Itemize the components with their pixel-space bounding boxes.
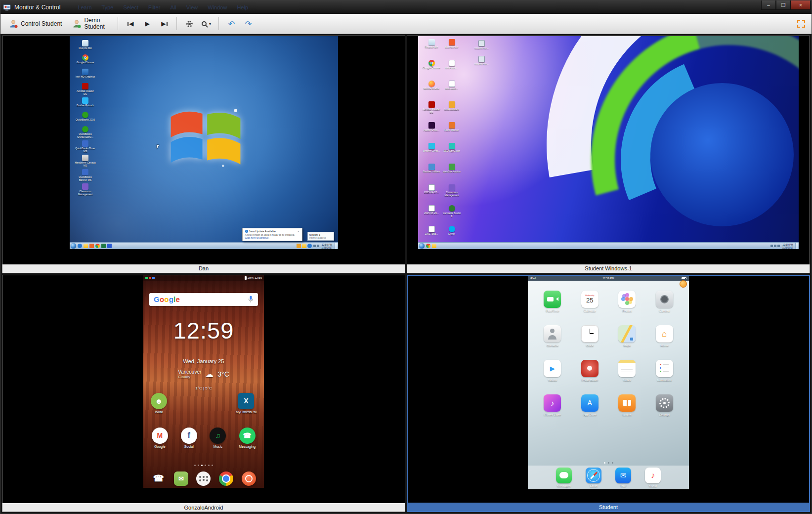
dock-app[interactable]: ♪ Music — [645, 468, 661, 487]
control-student-button[interactable]: Control Student — [5, 18, 65, 30]
maximize-button[interactable]: ❐ — [776, 0, 791, 10]
dock-app-icon — [556, 468, 572, 483]
dock-app[interactable] — [196, 471, 211, 486]
dock-app[interactable] — [219, 471, 233, 486]
ios-dock: Messages Safari ✉ Mail — [528, 466, 689, 489]
demo-student-button[interactable]: Demo Student — [69, 16, 112, 31]
tile-label-ipad[interactable]: Student — [408, 503, 809, 511]
network-icon[interactable] — [307, 244, 312, 248]
settings-button[interactable] — [183, 17, 196, 31]
zoom-button[interactable]: ▾ — [200, 17, 213, 31]
explorer-icon[interactable] — [432, 244, 436, 248]
word-icon[interactable] — [107, 244, 112, 248]
dock-app[interactable] — [242, 471, 256, 486]
tile-label-dan[interactable]: Dan — [2, 264, 405, 273]
show-desktop-button[interactable] — [335, 243, 337, 249]
minimize-button[interactable]: – — [761, 0, 776, 10]
tray-icon[interactable] — [770, 245, 773, 247]
menu-item[interactable]: Window — [208, 4, 227, 10]
chrome-icon[interactable] — [95, 244, 100, 248]
media-player-icon[interactable] — [89, 244, 94, 248]
app-shortcut[interactable]: ♫ Music — [210, 428, 226, 448]
app-shortcut[interactable]: ♪ iTunes Store — [534, 394, 571, 429]
session-indicator-icon[interactable] — [680, 280, 687, 288]
google-search-bar[interactable]: Google — [149, 293, 258, 306]
app-shortcut[interactable]: M Google — [152, 428, 168, 448]
app-shortcut[interactable]: Settings — [646, 394, 684, 429]
app-icon — [618, 325, 636, 343]
desktop-icon-label: WebSite Auditor — [443, 171, 461, 173]
java-popup-action[interactable]: Click here to continue. — [245, 236, 299, 239]
close-button[interactable]: × — [791, 0, 811, 10]
tile-label-windows-1[interactable]: Student Windows-1 — [407, 264, 810, 273]
app-shortcut[interactable]: iBooks — [608, 394, 646, 429]
student-tile-android[interactable]: 28% 12:59 Google 12 — [2, 275, 405, 513]
app-shortcut[interactable]: Photo Booth — [571, 360, 609, 394]
menu-item[interactable]: Filter — [148, 4, 160, 10]
desktop-icon-label: Google Chrome — [77, 61, 94, 64]
menu-item[interactable]: All — [170, 4, 176, 10]
start-button[interactable] — [71, 243, 76, 249]
start-button[interactable] — [419, 243, 425, 249]
app-shortcut[interactable]: FaceTime — [534, 291, 571, 325]
dock-app[interactable]: ✉ — [174, 471, 188, 486]
skip-forward-button[interactable]: ▶ — [158, 17, 171, 31]
desktop-icon: Intel HD Graphics — [75, 69, 96, 83]
app-shortcut[interactable]: ⌂ Home — [646, 325, 684, 360]
app-shortcut[interactable]: Wednesday 25 Calendar — [571, 291, 609, 325]
menu-item[interactable]: Learn — [78, 4, 91, 10]
windows1-screen-thumbnail[interactable]: Recycle Bin BuzzBundle Google Chrome — [407, 36, 810, 264]
explorer-icon[interactable] — [84, 244, 88, 248]
android-screen-thumbnail[interactable]: 28% 12:59 Google 12 — [2, 275, 405, 504]
menu-bar: LearnTypeSelectFilterAllViewWindowHelp — [78, 4, 248, 10]
app-shortcut[interactable]: A App Store — [571, 394, 609, 429]
menu-item[interactable]: Help — [237, 4, 248, 10]
menu-item[interactable]: View — [186, 4, 198, 10]
tray-icon[interactable] — [313, 245, 316, 247]
app-shortcut[interactable]: Notes — [608, 360, 646, 394]
dock-app[interactable]: ☎ — [151, 471, 166, 486]
student-tile-windows-1[interactable]: Recycle Bin BuzzBundle Google Chrome — [407, 36, 810, 273]
redo-button[interactable]: ↷ — [242, 17, 255, 31]
tray-icon[interactable] — [777, 245, 780, 247]
student-tile-dan[interactable]: Recycle Bin Google Chrome Intel HD Graph… — [2, 36, 405, 273]
desktop-icon-glyph — [428, 184, 435, 191]
fullscreen-button[interactable] — [796, 18, 807, 29]
ipad-screen-thumbnail[interactable]: iPad 12:59 PM FaceTime — [408, 276, 809, 503]
tile-label-android[interactable]: GonzaloAndroid — [2, 503, 405, 512]
app-shortcut[interactable]: Photos — [608, 291, 646, 325]
show-desktop-button[interactable] — [795, 243, 798, 249]
folder-icon[interactable] — [302, 244, 306, 248]
student-tile-ipad[interactable]: iPad 12:59 PM FaceTime — [407, 275, 810, 513]
app-shortcut[interactable]: f Social — [181, 428, 197, 448]
undo-button[interactable]: ↶ — [225, 17, 238, 31]
chrome-icon[interactable] — [426, 244, 430, 248]
dan-screen-thumbnail[interactable]: Recycle Bin Google Chrome Intel HD Graph… — [2, 36, 405, 264]
app-shortcut[interactable]: Contacts — [534, 325, 571, 360]
app-shortcut[interactable]: X MyFitnessPal — [236, 393, 256, 414]
weather-widget[interactable]: Vancouver Cloudy ☁ 3°C — [143, 369, 264, 380]
app-shortcut[interactable]: Camera — [646, 291, 684, 325]
dock-app[interactable]: ✉ Mail — [615, 468, 631, 487]
app-shortcut[interactable]: Clock — [571, 325, 609, 360]
browser-icon[interactable] — [78, 244, 82, 248]
app-icon — [618, 291, 636, 308]
app-shortcut[interactable]: Reminders — [646, 360, 684, 394]
tray-icon[interactable] — [774, 245, 776, 247]
dock-app[interactable]: Safari — [586, 468, 601, 487]
mic-icon[interactable] — [248, 296, 254, 303]
skip-back-button[interactable]: ◀ — [124, 17, 137, 31]
excel-icon[interactable] — [101, 244, 106, 248]
app-shortcut[interactable]: ▶ Videos — [534, 360, 571, 394]
dock-app[interactable]: Messages — [556, 468, 572, 487]
app-shortcut[interactable]: ☎ Messaging — [239, 428, 256, 448]
play-button[interactable]: ▶ — [141, 17, 154, 31]
close-icon[interactable]: × — [298, 230, 299, 233]
app-shortcut[interactable]: ☻ Work — [151, 393, 167, 414]
mail-icon[interactable] — [297, 244, 301, 248]
app-shortcut[interactable]: Maps — [608, 325, 646, 360]
menu-item[interactable]: Select — [123, 4, 138, 10]
java-update-popup[interactable]: i Java Update Available × A new version … — [242, 228, 302, 241]
tray-icon[interactable] — [317, 245, 319, 247]
menu-item[interactable]: Type — [102, 4, 114, 10]
